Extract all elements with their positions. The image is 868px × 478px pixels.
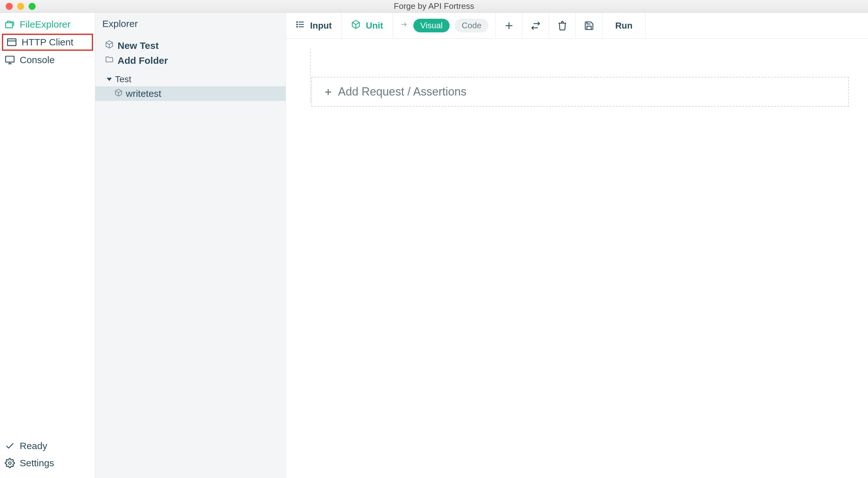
cube-icon <box>351 20 361 31</box>
cube-icon <box>105 40 114 51</box>
window-zoom-button[interactable] <box>29 3 36 10</box>
new-test-button[interactable]: New Test <box>95 38 286 53</box>
status-label: Ready <box>20 441 47 451</box>
view-visual-pill[interactable]: Visual <box>413 19 450 32</box>
left-rail: FileExplorer HTTP Client Console Ready <box>0 13 95 478</box>
rail-item-label: Settings <box>20 458 54 469</box>
rail-item-console[interactable]: Console <box>0 52 95 69</box>
top-toolbar: Input Unit Visual Code <box>286 13 868 39</box>
svg-point-10 <box>297 22 298 23</box>
rail-item-settings[interactable]: Settings <box>0 454 95 472</box>
traffic-lights <box>0 3 36 10</box>
tree-item-writetest[interactable]: writetest <box>95 86 286 101</box>
window-title-bar: Forge by API Fortress <box>0 0 868 13</box>
rail-item-http-client[interactable]: HTTP Client <box>2 34 93 51</box>
gear-icon <box>4 458 15 469</box>
window-title: Forge by API Fortress <box>394 1 474 11</box>
svg-point-11 <box>297 24 298 25</box>
main-area: Input Unit Visual Code <box>286 13 868 478</box>
cube-icon <box>114 88 123 99</box>
monitor-icon <box>4 55 15 65</box>
explorer-panel: Explorer New Test Add Folder Test write <box>95 13 286 478</box>
check-icon <box>4 441 15 451</box>
editor-canvas: ＋ Add Request / Assertions <box>286 39 868 478</box>
rail-item-label: HTTP Client <box>22 37 73 47</box>
tree-folder-test[interactable]: Test <box>95 72 286 86</box>
window-icon <box>6 37 17 47</box>
folder-icon <box>105 55 114 66</box>
folders-icon <box>4 19 15 30</box>
run-button[interactable]: Run <box>602 13 645 38</box>
guide-line <box>310 48 311 102</box>
run-label: Run <box>615 21 632 31</box>
list-icon <box>296 20 305 31</box>
view-code-pill[interactable]: Code <box>455 19 488 32</box>
status-ready: Ready <box>0 437 95 454</box>
view-mode-switch: Visual Code <box>393 13 496 38</box>
svg-point-6 <box>8 462 11 464</box>
add-request-button[interactable]: ＋ Add Request / Assertions <box>311 77 849 107</box>
window-minimize-button[interactable] <box>17 3 24 10</box>
plus-icon: ＋ <box>323 84 334 99</box>
add-folder-button[interactable]: Add Folder <box>95 53 286 68</box>
tab-label: Unit <box>366 21 383 31</box>
tab-unit[interactable]: Unit <box>342 13 393 38</box>
save-button[interactable] <box>576 13 602 38</box>
add-button[interactable] <box>496 13 522 38</box>
exp-action-label: New Test <box>118 40 159 51</box>
tree-item-label: writetest <box>126 88 161 99</box>
svg-point-12 <box>297 26 298 27</box>
caret-down-icon <box>107 78 112 81</box>
rail-item-label: Console <box>20 55 55 65</box>
swap-button[interactable] <box>522 13 549 38</box>
svg-rect-3 <box>6 56 14 62</box>
arrow-right-icon <box>400 20 408 31</box>
add-request-label: Add Request / Assertions <box>338 85 466 98</box>
tree-folder-label: Test <box>115 74 131 84</box>
tab-label: Input <box>310 21 332 31</box>
rail-item-label: FileExplorer <box>20 19 70 30</box>
explorer-tree: Test writetest <box>95 68 286 101</box>
window-close-button[interactable] <box>6 3 13 10</box>
rail-item-file-explorer[interactable]: FileExplorer <box>0 16 95 33</box>
tab-input[interactable]: Input <box>286 13 342 38</box>
exp-action-label: Add Folder <box>118 55 168 66</box>
explorer-title: Explorer <box>95 13 286 38</box>
svg-rect-1 <box>8 39 16 45</box>
delete-button[interactable] <box>549 13 576 38</box>
svg-rect-0 <box>6 23 12 28</box>
